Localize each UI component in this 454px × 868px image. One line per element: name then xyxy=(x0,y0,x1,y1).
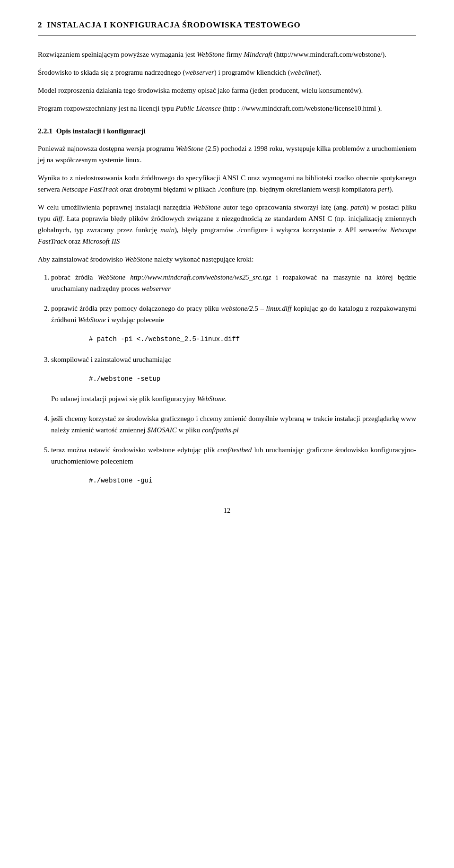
chapter-header: 2 INSTALACJA I KONFIGURACJA ŚRODOWISKA T… xyxy=(38,19,416,35)
code-block-1: # patch -p1 <./webstone_2.5-linux.diff xyxy=(89,334,416,345)
patch-word: patch xyxy=(350,203,366,211)
chapter-number: 2 xyxy=(38,20,42,29)
steps-intro: Aby zainstalować środowisko WebStone nal… xyxy=(38,254,416,265)
para3: Program rozpowszechniany jest na licencj… xyxy=(38,103,416,114)
code-block-2: #./webstone -setup xyxy=(89,374,416,385)
step-2: poprawić źródła przy pomocy dołączonego … xyxy=(51,303,416,345)
para2: Model rozproszenia działania tego środow… xyxy=(38,85,416,96)
step3-after: Po udanej instalacji pojawi się plik kon… xyxy=(51,393,416,404)
intro-paragraph: Rozwiązaniem spełniającym powyższe wymag… xyxy=(38,49,416,60)
chapter-title: 2 INSTALACJA I KONFIGURACJA ŚRODOWISKA T… xyxy=(38,19,416,31)
step-4: jeśli chcemy korzystać ze środowiska gra… xyxy=(51,413,416,436)
para1: Środowisko to składa się z programu nadr… xyxy=(38,67,416,78)
section221-para3: W celu umożliwienia poprawnej instalacji… xyxy=(38,202,416,247)
chapter-title-text: INSTALACJA I KONFIGURACJA ŚRODOWISKA TES… xyxy=(47,20,301,29)
step-5: teraz można ustawić środowisko webstone … xyxy=(51,444,416,487)
section221-para1: Ponieważ najnowsza dostępna wersja progr… xyxy=(38,143,416,166)
step-3: skompilować i zainstalować uruchamiając … xyxy=(51,354,416,405)
section-221-title: 2.2.1 Opis instalacji i konfiguracji xyxy=(38,125,416,136)
step-1: pobrać źródła WebStone http://www.mindcr… xyxy=(51,272,416,294)
page-number: 12 xyxy=(38,506,416,516)
section221-para2: Wynika to z niedostosowania kodu źródłow… xyxy=(38,172,416,195)
code-block-3: #./webstone -gui xyxy=(89,475,416,487)
installation-steps: pobrać źródła WebStone http://www.mindcr… xyxy=(51,272,416,487)
